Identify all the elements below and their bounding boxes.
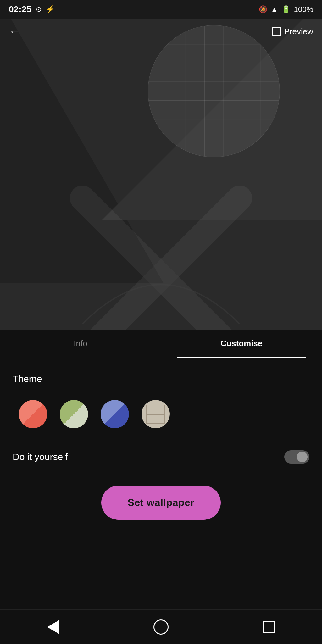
status-time: 02:25 <box>9 4 31 14</box>
status-bar: 02:25 ⊙ ⚡ 🔕 ▲ 🔋 100% <box>0 0 322 19</box>
circle-grid-svg <box>148 25 280 157</box>
bottom-panel: Info Customise Theme Do it yourself Set … <box>0 330 322 644</box>
tabs-container: Info Customise <box>0 330 322 358</box>
home-nav-icon <box>153 619 169 635</box>
tab-customise[interactable]: Customise <box>161 330 322 358</box>
preview-label: Preview <box>284 27 313 36</box>
diy-row: Do it yourself <box>13 450 309 464</box>
at-icon: ⊙ <box>36 5 42 14</box>
beige-inner-grid <box>146 405 165 424</box>
wallpaper-preview <box>0 0 322 346</box>
back-nav-icon <box>47 620 59 634</box>
header: ← Preview <box>0 19 322 44</box>
home-nav-button[interactable] <box>153 619 169 635</box>
diy-toggle[interactable] <box>284 450 309 464</box>
wallpaper-circle <box>148 25 280 157</box>
mute-icon: 🔕 <box>259 5 267 14</box>
customise-content: Theme Do it yourself Set wallpaper <box>0 358 322 551</box>
tab-info[interactable]: Info <box>0 330 161 358</box>
x-shape-decoration <box>67 182 255 346</box>
recents-nav-button[interactable] <box>263 621 275 633</box>
preview-checkbox[interactable] <box>272 27 281 36</box>
diy-label: Do it yourself <box>13 452 68 462</box>
status-left: 02:25 ⊙ ⚡ <box>9 4 54 14</box>
preview-button[interactable]: Preview <box>272 27 313 36</box>
navigation-bar <box>0 609 322 644</box>
color-green[interactable] <box>60 400 88 428</box>
bolt-icon: ⚡ <box>46 5 54 14</box>
battery-icon: 🔋 <box>282 5 290 14</box>
back-button[interactable]: ← <box>9 25 20 38</box>
back-nav-button[interactable] <box>47 620 59 634</box>
color-coral[interactable] <box>19 400 47 428</box>
color-blue[interactable] <box>101 400 129 428</box>
set-wallpaper-button[interactable]: Set wallpaper <box>101 486 221 520</box>
battery-percent: 100% <box>294 5 313 14</box>
color-beige[interactable] <box>142 400 170 428</box>
wifi-icon: ▲ <box>271 5 278 14</box>
toggle-knob <box>297 452 308 462</box>
status-right: 🔕 ▲ 🔋 100% <box>259 5 313 14</box>
theme-colors-row <box>13 400 309 428</box>
theme-title: Theme <box>13 374 309 384</box>
recents-nav-icon <box>263 621 275 633</box>
